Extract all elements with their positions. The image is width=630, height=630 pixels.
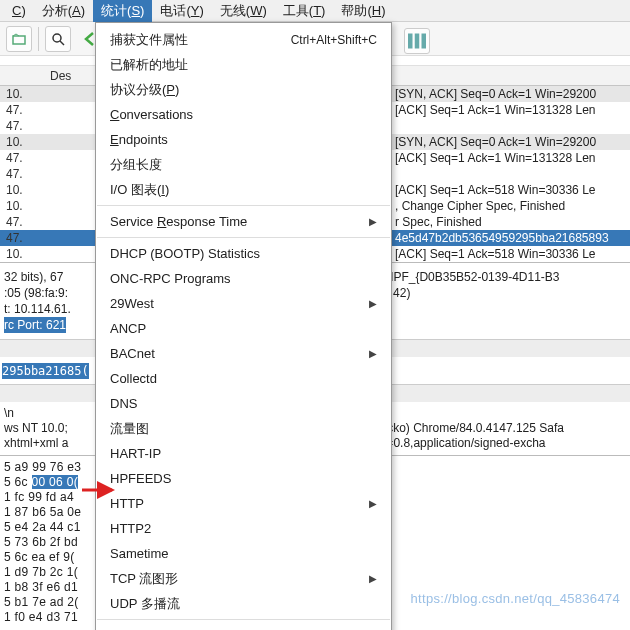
menu-item[interactable]: UDP 多播流 <box>96 591 391 616</box>
menu-telephony[interactable]: 电话(Y) <box>152 0 211 22</box>
menu-item[interactable]: TCP 流图形▶ <box>96 566 391 591</box>
svg-rect-3 <box>408 34 413 49</box>
svg-rect-5 <box>422 34 427 49</box>
menu-item[interactable]: HART-IP <box>96 441 391 466</box>
columns-button[interactable] <box>404 28 430 54</box>
menu-item[interactable]: 已解析的地址 <box>96 52 391 77</box>
submenu-arrow-icon: ▶ <box>369 498 377 509</box>
menu-item[interactable]: 流量图 <box>96 416 391 441</box>
find-button[interactable] <box>45 26 71 52</box>
menu-item[interactable]: DNS <box>96 391 391 416</box>
menu-item[interactable]: ANCP <box>96 316 391 341</box>
menu-item[interactable]: ONC-RPC Programs <box>96 266 391 291</box>
submenu-arrow-icon: ▶ <box>369 348 377 359</box>
menu-statistics[interactable]: 统计(S) <box>93 0 152 22</box>
menubar: C) 分析(A) 统计(S) 电话(Y) 无线(W) 工具(T) 帮助(H) <box>0 0 630 22</box>
menu-item[interactable]: 分组长度 <box>96 152 391 177</box>
menu-item[interactable]: DHCP (BOOTP) Statistics <box>96 241 391 266</box>
menu-item[interactable]: 捕获文件属性Ctrl+Alt+Shift+C <box>96 27 391 52</box>
submenu-arrow-icon: ▶ <box>369 216 377 227</box>
menu-item[interactable]: Service Response Time▶ <box>96 209 391 234</box>
svg-line-2 <box>60 41 64 45</box>
menu-item[interactable]: I/O 图表(I) <box>96 177 391 202</box>
svg-rect-4 <box>415 34 420 49</box>
menu-item[interactable]: 协议分级(P) <box>96 77 391 102</box>
statistics-menu-dropdown: 捕获文件属性Ctrl+Alt+Shift+C已解析的地址协议分级(P)Conve… <box>95 22 392 630</box>
menu-help[interactable]: 帮助(H) <box>333 0 393 22</box>
menu-item[interactable]: Endpoints <box>96 127 391 152</box>
menu-item[interactable]: HTTP▶ <box>96 491 391 516</box>
menu-separator <box>97 237 390 238</box>
watermark: https://blog.csdn.net/qq_45836474 <box>411 591 620 606</box>
columns-icon <box>405 29 429 53</box>
menu-tools[interactable]: 工具(T) <box>275 0 334 22</box>
svg-point-1 <box>53 34 61 42</box>
detail-selected: rc Port: 621 <box>4 317 66 333</box>
menu-wireless[interactable]: 无线(W) <box>212 0 275 22</box>
search-icon <box>50 31 66 47</box>
toolbar-sep <box>38 27 39 51</box>
menu-item[interactable]: 29West▶ <box>96 291 391 316</box>
menu-item[interactable]: F5▶ <box>96 623 391 630</box>
menu-item[interactable]: Collectd <box>96 366 391 391</box>
svg-rect-0 <box>13 36 25 44</box>
folder-icon <box>11 31 27 47</box>
submenu-arrow-icon: ▶ <box>369 298 377 309</box>
menu-item[interactable]: Sametime <box>96 541 391 566</box>
menu-separator <box>97 619 390 620</box>
stop-capture-button[interactable] <box>6 26 32 52</box>
menu-separator <box>97 205 390 206</box>
menu-capture[interactable]: C) <box>4 1 34 20</box>
submenu-arrow-icon: ▶ <box>369 573 377 584</box>
menu-item[interactable]: BACnet▶ <box>96 341 391 366</box>
menu-analyze[interactable]: 分析(A) <box>34 0 93 22</box>
menu-item[interactable]: HTTP2 <box>96 516 391 541</box>
menu-item[interactable]: Conversations <box>96 102 391 127</box>
menu-item[interactable]: HPFEEDS <box>96 466 391 491</box>
